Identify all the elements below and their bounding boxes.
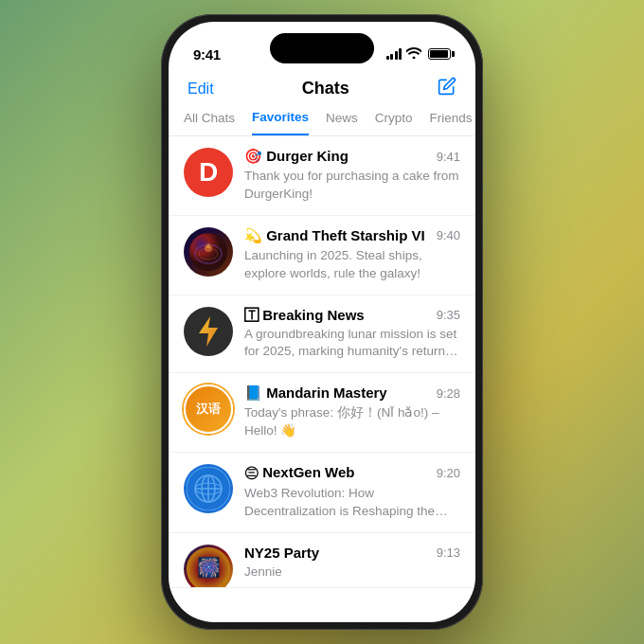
chat-name: NY25 Party: [244, 545, 319, 561]
status-icons: [386, 47, 452, 62]
chat-time: 9:28: [437, 386, 460, 401]
chat-name: 🎯 Durger King: [244, 148, 349, 165]
avatar-mandarin: 汉语: [184, 385, 233, 434]
tab-news[interactable]: News: [326, 111, 358, 134]
chat-list: D 🎯 Durger King 9:41 Thank you for purch…: [169, 136, 475, 588]
svg-text:🎆: 🎆: [197, 556, 221, 579]
avatar-durger-king: D: [184, 148, 233, 197]
chat-item-ny25-party[interactable]: 🎆 NY25 Party 9:13 Jennie: [169, 533, 475, 588]
chat-content-breaking-news: 🅃 Breaking News 9:35 A groundbreaking lu…: [244, 307, 460, 362]
page-title: Chats: [302, 79, 349, 98]
chat-content-nextgen-web: ㊂ NextGen Web 9:20 Web3 Revolution: How …: [244, 464, 460, 521]
chat-content-durger-king: 🎯 Durger King 9:41 Thank you for purchas…: [244, 148, 460, 204]
chat-name: 🅃 Breaking News: [244, 307, 365, 323]
chat-time: 9:35: [437, 308, 460, 322]
battery-icon: [428, 48, 451, 60]
chat-name: ㊂ NextGen Web: [244, 464, 354, 482]
chat-preview: A groundbreaking lunar mission is set fo…: [244, 326, 460, 362]
chat-preview: Launching in 2025. Steal ships, explore …: [244, 247, 460, 283]
dynamic-island: [270, 33, 374, 63]
avatar-nextgen-web: [184, 464, 233, 513]
chat-time: 9:20: [437, 466, 460, 480]
tabs-container: All Chats Favorites News Crypto Friends: [169, 110, 475, 136]
chat-content-ny25-party: NY25 Party 9:13 Jennie: [244, 545, 460, 581]
wifi-icon: [406, 47, 421, 62]
phone-frame: 9:41: [161, 14, 483, 630]
tab-friends[interactable]: Friends: [430, 111, 473, 134]
chat-item-durger-king[interactable]: D 🎯 Durger King 9:41 Thank you for purch…: [169, 136, 475, 216]
tab-all-chats[interactable]: All Chats: [184, 111, 235, 134]
nav-header: Edit Chats: [169, 73, 475, 110]
chat-time: 9:41: [437, 150, 460, 164]
tab-favorites[interactable]: Favorites: [252, 110, 309, 135]
compose-button[interactable]: [438, 77, 456, 100]
chat-preview: Jennie: [244, 564, 460, 581]
chat-name: 💫 Grand Theft Starship VI: [244, 227, 425, 244]
chat-content-gts: 💫 Grand Theft Starship VI 9:40 Launching…: [244, 227, 460, 283]
chat-name: 📘 Mandarin Mastery: [244, 385, 387, 402]
chat-content-mandarin: 📘 Mandarin Mastery 9:28 Today's phrase: …: [244, 385, 460, 440]
avatar-gts: [184, 227, 233, 277]
svg-marker-4: [199, 316, 218, 347]
chat-item-mandarin[interactable]: 汉语 📘 Mandarin Mastery 9:28 Today's phras…: [169, 373, 475, 453]
chat-item-gts[interactable]: 💫 Grand Theft Starship VI 9:40 Launching…: [169, 216, 475, 295]
chat-preview: Web3 Revolution: How Decentralization is…: [244, 485, 460, 521]
phone-screen: 9:41: [169, 22, 475, 622]
signal-icon: [386, 48, 402, 60]
chat-time: 9:13: [437, 546, 460, 560]
status-time: 9:41: [193, 46, 221, 63]
chat-item-nextgen-web[interactable]: ㊂ NextGen Web 9:20 Web3 Revolution: How …: [169, 453, 475, 533]
chat-time: 9:40: [437, 228, 460, 242]
avatar-ny25-party: 🎆: [184, 545, 233, 588]
chat-item-breaking-news[interactable]: 🅃 Breaking News 9:35 A groundbreaking lu…: [169, 295, 475, 374]
chat-preview: Thank you for purchasing a cake from Dur…: [244, 168, 460, 204]
tab-crypto[interactable]: Crypto: [375, 111, 413, 134]
chat-preview: Today's phrase: 你好！(Nǐ hǎo!) – Hello! 👋: [244, 404, 460, 440]
avatar-breaking-news: [184, 307, 233, 356]
edit-button[interactable]: Edit: [188, 80, 214, 98]
